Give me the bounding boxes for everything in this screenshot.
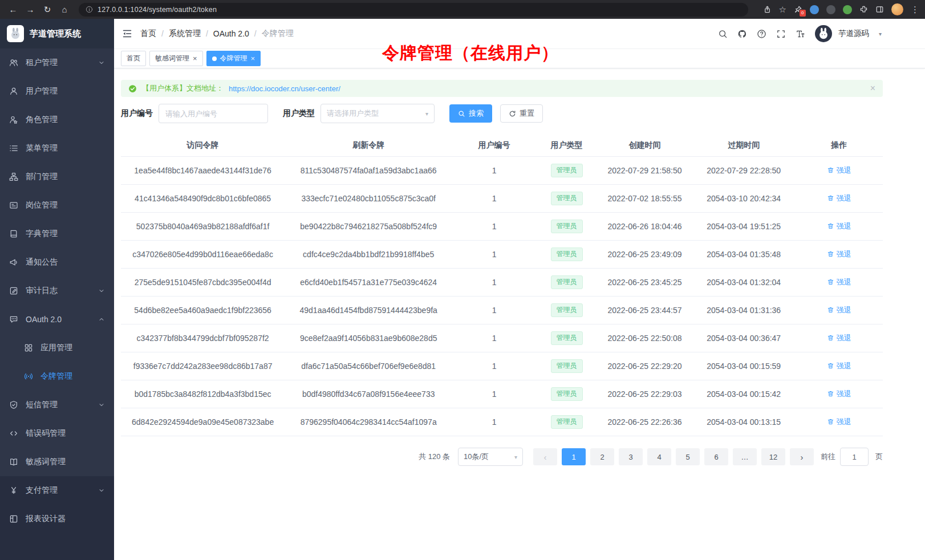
- goto-page-input[interactable]: [840, 448, 869, 466]
- page-button-6[interactable]: 6: [704, 448, 728, 465]
- page-button-5[interactable]: 5: [676, 448, 700, 465]
- expire-time-cell: 2054-03-04 01:31:36: [692, 297, 795, 324]
- sidebar-item-16[interactable]: 报表设计器: [0, 505, 114, 533]
- page-button-4[interactable]: 4: [647, 448, 671, 465]
- page-button-3[interactable]: 3: [619, 448, 643, 465]
- search-button[interactable]: 搜索: [449, 104, 492, 123]
- sidebar-item-13[interactable]: 错误码管理: [0, 419, 114, 448]
- sidebar-item-2[interactable]: 角色管理: [0, 105, 114, 134]
- access-token-cell: 54d6be82ee5a460a9aedc1f9bf223656: [121, 297, 285, 324]
- user-id-input[interactable]: [159, 104, 268, 123]
- oauth-icon: [9, 315, 18, 324]
- sidebar-item-0[interactable]: 租户管理: [0, 48, 114, 77]
- sidebar-item-15[interactable]: 支付管理: [0, 476, 114, 505]
- create-time-cell: 2022-06-25 23:49:09: [597, 241, 692, 269]
- site-info-icon[interactable]: [86, 6, 93, 13]
- tab-close-icon[interactable]: ×: [251, 55, 255, 62]
- font-size-icon[interactable]: [796, 29, 805, 39]
- forward-icon[interactable]: →: [23, 2, 38, 17]
- sidebar-item-11[interactable]: 令牌管理: [0, 362, 114, 391]
- user-avatar[interactable]: [815, 25, 832, 42]
- user-type-cell: 管理员: [536, 157, 597, 185]
- sidebar-item-10[interactable]: 应用管理: [0, 334, 114, 362]
- access-token-cell: f9336e7c7dd242a283ee98dc86b17a87: [121, 352, 285, 380]
- access-token-cell: c342377bf8b344799dcbf7bf095287f2: [121, 324, 285, 352]
- sidebar-item-4[interactable]: 部门管理: [0, 163, 114, 191]
- force-logout-button[interactable]: 强退: [827, 417, 851, 427]
- search-icon[interactable]: [718, 29, 728, 39]
- sidebar-item-8[interactable]: 审计日志: [0, 277, 114, 305]
- extension-icon-blue[interactable]: [810, 5, 819, 14]
- tab-item-1[interactable]: 敏感词管理×: [149, 51, 203, 66]
- page-button-12[interactable]: 12: [761, 448, 785, 465]
- breadcrumb-separator: /: [254, 29, 257, 38]
- collapse-sidebar-icon[interactable]: [122, 29, 132, 39]
- browser-profile-avatar[interactable]: [891, 3, 903, 15]
- prev-page-button[interactable]: ‹: [533, 448, 557, 465]
- column-header: 创建时间: [597, 135, 692, 157]
- sidebar-item-12[interactable]: 短信管理: [0, 391, 114, 419]
- page-size-select[interactable]: 10条/页 ▾: [458, 448, 523, 466]
- page-button-1[interactable]: 1: [562, 448, 586, 465]
- username[interactable]: 芋道源码: [838, 29, 869, 39]
- page-button-2[interactable]: 2: [590, 448, 614, 465]
- force-logout-button[interactable]: 强退: [827, 333, 851, 343]
- refresh-token-cell: b0df4980ffd34c67a08f9156e4eee733: [285, 380, 452, 408]
- user-type-badge: 管理员: [551, 387, 583, 401]
- user-type-select[interactable]: 请选择用户类型 ▾: [320, 104, 435, 123]
- force-logout-button[interactable]: 强退: [827, 277, 851, 287]
- reload-icon[interactable]: ↻: [40, 2, 55, 17]
- action-cell: 强退: [795, 380, 883, 408]
- share-icon[interactable]: [763, 5, 772, 14]
- extensions-puzzle-icon[interactable]: [859, 5, 868, 14]
- alert-close-icon[interactable]: ×: [870, 84, 875, 93]
- browser-address-bar[interactable]: 127.0.0.1:1024/system/oauth2/token: [79, 3, 748, 17]
- help-icon[interactable]: [757, 29, 766, 39]
- expire-time-cell: 2054-03-04 00:15:42: [692, 380, 795, 408]
- extension-icon-green[interactable]: [843, 5, 852, 14]
- user-id-cell: 1: [452, 408, 536, 436]
- next-page-button[interactable]: ›: [790, 448, 814, 465]
- doc-link[interactable]: https://doc.iocoder.cn/user-center/: [229, 84, 340, 93]
- refresh-token-cell: e6cfd40eb1f54571a31e775e039c4624: [285, 269, 452, 297]
- sidebar-item-14[interactable]: 敏感词管理: [0, 448, 114, 476]
- tab-close-icon[interactable]: ×: [193, 55, 197, 62]
- force-logout-button[interactable]: 强退: [827, 361, 851, 371]
- breadcrumb-item[interactable]: 首页: [140, 29, 156, 39]
- force-logout-button[interactable]: 强退: [827, 193, 851, 204]
- sidebar-item-3[interactable]: 菜单管理: [0, 134, 114, 163]
- sidebar-item-1[interactable]: 用户管理: [0, 77, 114, 105]
- sidebar-item-5[interactable]: 岗位管理: [0, 191, 114, 220]
- app-logo[interactable]: 芋道管理系统: [0, 19, 114, 48]
- fullscreen-icon[interactable]: [776, 29, 786, 39]
- extension-pin-icon[interactable]: 0: [794, 5, 802, 14]
- expire-time-cell: 2054-03-04 00:36:47: [692, 324, 795, 352]
- force-logout-button[interactable]: 强退: [827, 249, 851, 259]
- browser-menu-icon[interactable]: ⋮: [911, 5, 919, 14]
- breadcrumb-item[interactable]: OAuth 2.0: [213, 29, 249, 38]
- sidebar-item-9[interactable]: OAuth 2.0: [0, 305, 114, 334]
- sensitive-icon: [9, 457, 18, 466]
- tab-item-2[interactable]: 令牌管理×: [206, 51, 261, 66]
- github-icon[interactable]: [737, 29, 747, 39]
- sidebar-item-6[interactable]: 字典管理: [0, 220, 114, 248]
- user-type-cell: 管理员: [536, 213, 597, 241]
- tab-item-0[interactable]: 首页: [121, 51, 146, 66]
- page-ellipsis[interactable]: …: [733, 448, 757, 465]
- sidebar-filler: [0, 533, 114, 560]
- expire-time-cell: 2054-03-04 01:32:04: [692, 269, 795, 297]
- force-logout-button[interactable]: 强退: [827, 305, 851, 315]
- sidebar-panel-icon[interactable]: [875, 5, 884, 14]
- sidebar-item-7[interactable]: 通知公告: [0, 248, 114, 277]
- force-logout-button[interactable]: 强退: [827, 165, 851, 176]
- tab-label: 令牌管理: [220, 54, 248, 63]
- bookmark-star-icon[interactable]: ☆: [779, 5, 786, 14]
- home-icon[interactable]: ⌂: [57, 2, 72, 17]
- reset-button[interactable]: 重置: [500, 104, 543, 123]
- back-icon[interactable]: ←: [6, 2, 21, 17]
- reset-button-label: 重置: [520, 108, 534, 119]
- extension-icon-dark[interactable]: [826, 5, 835, 14]
- breadcrumb-item[interactable]: 系统管理: [169, 29, 201, 39]
- force-logout-button[interactable]: 强退: [827, 389, 851, 399]
- force-logout-button[interactable]: 强退: [827, 221, 851, 232]
